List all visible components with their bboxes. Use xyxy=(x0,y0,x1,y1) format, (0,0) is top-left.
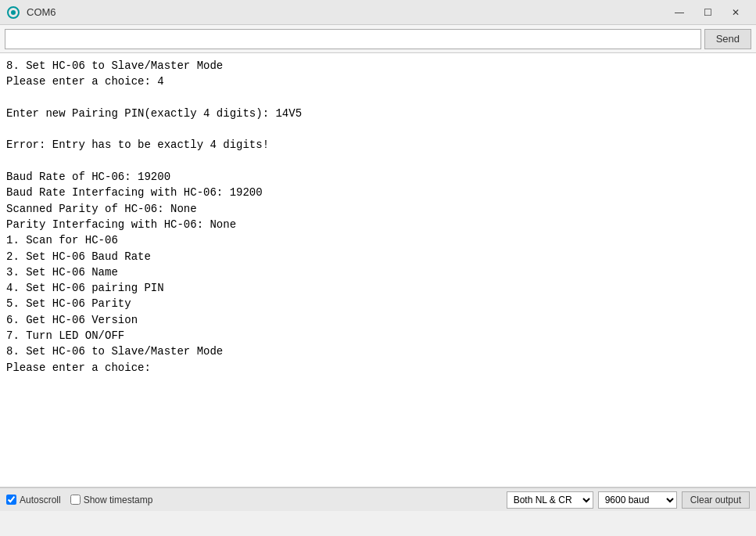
send-button[interactable]: Send xyxy=(704,29,751,49)
autoscroll-label[interactable]: Autoscroll xyxy=(20,495,61,505)
baud-rate-select[interactable]: 300 baud1200 baud2400 baud4800 baud9600 … xyxy=(598,491,677,509)
show-timestamp-checkbox[interactable] xyxy=(70,495,81,505)
send-input[interactable] xyxy=(5,29,701,49)
minimize-button[interactable]: — xyxy=(665,2,693,23)
autoscroll-checkbox[interactable] xyxy=(6,495,16,505)
serial-output: 8. Set HC-06 to Slave/Master Mode Please… xyxy=(0,53,756,487)
send-bar: Send xyxy=(0,25,756,53)
app-icon xyxy=(6,5,20,20)
line-ending-select[interactable]: No line endingNewlineCarriage returnBoth… xyxy=(507,491,593,509)
svg-point-1 xyxy=(11,10,16,15)
timestamp-group: Show timestamp xyxy=(70,495,153,505)
clear-output-button[interactable]: Clear output xyxy=(682,491,750,509)
show-timestamp-label[interactable]: Show timestamp xyxy=(84,495,153,505)
autoscroll-group: Autoscroll xyxy=(6,495,61,505)
close-button[interactable]: ✕ xyxy=(722,2,750,23)
bottom-right-controls: No line endingNewlineCarriage returnBoth… xyxy=(507,491,750,509)
title-bar: COM6 — ☐ ✕ xyxy=(0,0,756,25)
window-controls: — ☐ ✕ xyxy=(665,2,750,23)
window-title: COM6 xyxy=(27,6,665,18)
bottom-bar: Autoscroll Show timestamp No line ending… xyxy=(0,487,756,511)
maximize-button[interactable]: ☐ xyxy=(693,2,722,23)
